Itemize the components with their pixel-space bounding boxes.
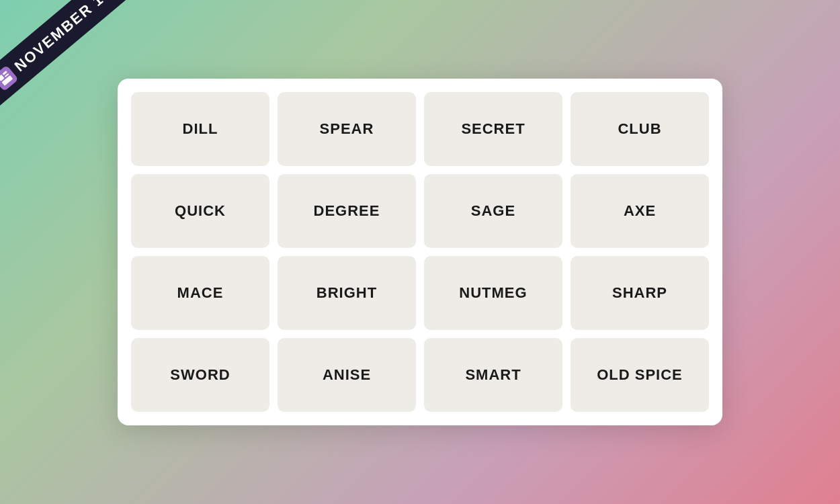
tile-sage[interactable]: SAGE bbox=[424, 174, 562, 248]
svg-rect-1 bbox=[3, 71, 7, 75]
tile-old-spice[interactable]: OLD SPICE bbox=[571, 338, 709, 412]
tile-club[interactable]: CLUB bbox=[571, 92, 709, 166]
svg-rect-3 bbox=[2, 75, 13, 86]
svg-rect-0 bbox=[0, 75, 5, 81]
tile-label-anise: ANISE bbox=[323, 366, 371, 384]
corner-banner: NOVEMBER 10 bbox=[0, 0, 148, 121]
tile-label-quick: QUICK bbox=[175, 202, 226, 220]
tile-smart[interactable]: SMART bbox=[424, 338, 562, 412]
tile-label-secret: SECRET bbox=[461, 120, 525, 138]
tile-sharp[interactable]: SHARP bbox=[571, 256, 709, 330]
tile-quick[interactable]: QUICK bbox=[131, 174, 269, 248]
tile-label-degree: DEGREE bbox=[314, 202, 380, 220]
banner-date: NOVEMBER 10 bbox=[11, 0, 115, 75]
tile-bright[interactable]: BRIGHT bbox=[278, 256, 416, 330]
tile-label-sage: SAGE bbox=[471, 202, 515, 220]
word-grid: DILLSPEARSECRETCLUBQUICKDEGREESAGEAXEMAC… bbox=[131, 92, 709, 412]
tile-label-dill: DILL bbox=[183, 120, 218, 138]
tile-secret[interactable]: SECRET bbox=[424, 92, 562, 166]
tile-anise[interactable]: ANISE bbox=[278, 338, 416, 412]
tile-label-mace: MACE bbox=[177, 284, 224, 302]
tile-degree[interactable]: DEGREE bbox=[278, 174, 416, 248]
tile-label-axe: AXE bbox=[624, 202, 656, 220]
tile-label-nutmeg: NUTMEG bbox=[459, 284, 527, 302]
tile-label-sword: SWORD bbox=[170, 366, 230, 384]
main-card: DILLSPEARSECRETCLUBQUICKDEGREESAGEAXEMAC… bbox=[118, 79, 722, 425]
tile-label-old-spice: OLD SPICE bbox=[597, 366, 683, 384]
tile-label-club: CLUB bbox=[618, 120, 661, 138]
tile-label-bright: BRIGHT bbox=[317, 284, 377, 302]
tile-mace[interactable]: MACE bbox=[131, 256, 269, 330]
app-icon bbox=[0, 65, 19, 91]
tile-dill[interactable]: DILL bbox=[131, 92, 269, 166]
tile-axe[interactable]: AXE bbox=[571, 174, 709, 248]
tile-label-smart: SMART bbox=[465, 366, 521, 384]
tile-nutmeg[interactable]: NUTMEG bbox=[424, 256, 562, 330]
tile-sword[interactable]: SWORD bbox=[131, 338, 269, 412]
tile-label-spear: SPEAR bbox=[320, 120, 374, 138]
tile-label-sharp: SHARP bbox=[612, 284, 667, 302]
tile-spear[interactable]: SPEAR bbox=[278, 92, 416, 166]
